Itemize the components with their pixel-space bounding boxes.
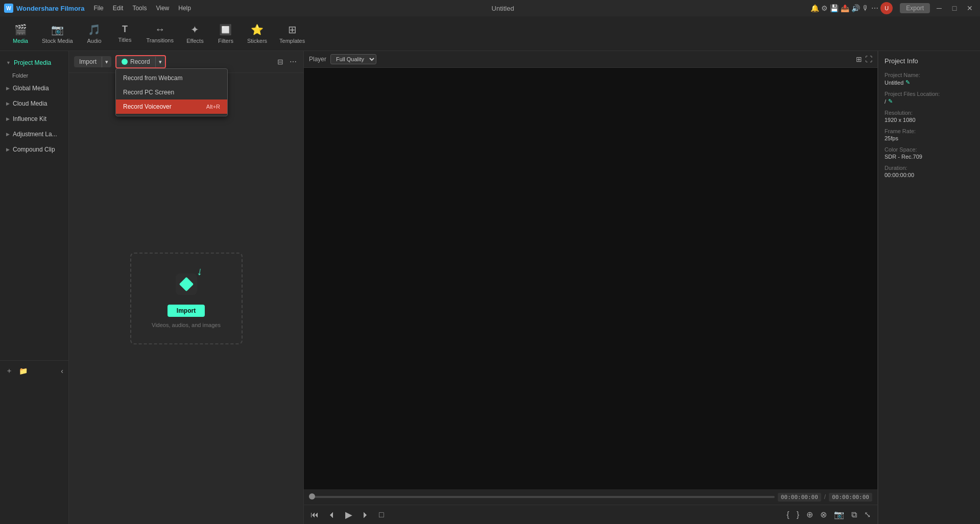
stock-media-icon: 📷 xyxy=(51,23,64,36)
influence-kit-chevron: ▶ xyxy=(6,116,10,121)
player-play-btn[interactable]: ▶ xyxy=(344,508,354,522)
cloud-media-chevron: ▶ xyxy=(6,101,10,106)
filters-icon: 🔲 xyxy=(219,23,232,36)
menu-file[interactable]: File xyxy=(89,4,107,13)
media-more-button[interactable]: ⋯ xyxy=(288,56,298,67)
tool-media-label: Media xyxy=(13,38,28,44)
record-pc-screen-item[interactable]: Record PC Screen xyxy=(116,85,227,99)
tool-filters[interactable]: 🔲 Filters xyxy=(210,20,241,47)
titlebar-left: W Wondershare Filmora File Edit Tools Vi… xyxy=(4,4,195,13)
record-voiceover-item[interactable]: Record Voiceover Alt+R xyxy=(116,99,227,114)
player-mark-btn[interactable]: □ xyxy=(377,509,386,521)
tool-media[interactable]: 🎬 Media xyxy=(5,20,36,47)
frame-rate-row: Frame Rate: 25fps xyxy=(885,128,974,141)
project-files-label: Project Files Location: xyxy=(885,91,974,97)
import-green-button[interactable]: Import xyxy=(168,305,205,317)
sidebar-item-global-media[interactable]: ▶ Global Media xyxy=(0,81,68,96)
import-drop-zone[interactable]: ↓ Import Videos, audios, and images xyxy=(130,253,243,344)
menu-tools[interactable]: Tools xyxy=(128,4,151,13)
compound-clip-label: Compound Clip xyxy=(13,146,55,153)
player-pip-btn[interactable]: ⧉ xyxy=(850,508,858,521)
player-grid-view-btn[interactable]: ⊞ xyxy=(856,55,862,63)
menu-bar: File Edit Tools View Help xyxy=(89,4,195,13)
player-insert-btn[interactable]: ⊕ xyxy=(805,508,815,521)
media-filter-button[interactable]: ⊟ xyxy=(276,56,285,67)
sidebar-item-influence-kit[interactable]: ▶ Influence Kit xyxy=(0,111,68,127)
titlebar-icon-7[interactable]: ⋯ xyxy=(871,4,878,12)
stickers-icon: ⭐ xyxy=(251,23,264,36)
menu-view[interactable]: View xyxy=(152,4,173,13)
project-files-edit-icon[interactable]: ✎ xyxy=(888,98,893,105)
record-voiceover-label: Record Voiceover xyxy=(123,103,172,110)
color-space-value: SDR - Rec.709 xyxy=(885,154,974,160)
player-progress-track[interactable] xyxy=(309,496,775,498)
project-info-title: Project Info xyxy=(885,57,974,65)
color-space-row: Color Space: SDR - Rec.709 xyxy=(885,146,974,160)
record-from-webcam-item[interactable]: Record from Webcam xyxy=(116,71,227,85)
record-dropdown: Record from Webcam Record PC Screen Reco… xyxy=(115,68,228,116)
tool-titles[interactable]: T Titles xyxy=(110,21,140,46)
sidebar-item-compound-clip[interactable]: ▶ Compound Clip xyxy=(0,142,68,157)
app-name: Wondershare Filmora xyxy=(16,5,84,12)
titlebar-icon-3[interactable]: 💾 xyxy=(830,4,839,12)
tool-templates-label: Templates xyxy=(279,38,305,44)
tool-audio[interactable]: 🎵 Audio xyxy=(79,20,110,47)
project-name-edit-icon[interactable]: ✎ xyxy=(905,79,910,86)
minimize-button[interactable]: ─ xyxy=(933,2,945,14)
import-button[interactable]: Import xyxy=(74,56,102,67)
sidebar-add-btn[interactable]: ＋ xyxy=(4,365,14,377)
player-expand-btn[interactable]: ⤡ xyxy=(863,508,872,521)
player-progress-handle[interactable] xyxy=(309,493,315,500)
influence-kit-label: Influence Kit xyxy=(13,115,46,122)
time-separator: / xyxy=(824,493,826,501)
media-icon: 🎬 xyxy=(14,23,27,36)
export-button[interactable]: Export xyxy=(900,3,930,13)
sidebar-item-adjustment-layer[interactable]: ▶ Adjustment La... xyxy=(0,127,68,142)
titlebar-icon-4[interactable]: 📤 xyxy=(841,4,849,12)
tool-stickers[interactable]: ⭐ Stickers xyxy=(241,20,273,47)
sidebar-folder-btn[interactable]: 📁 xyxy=(17,365,29,377)
tool-stickers-label: Stickers xyxy=(247,38,267,44)
cloud-media-label: Cloud Media xyxy=(13,100,47,107)
effects-icon: ✦ xyxy=(190,23,199,36)
player-step-back-btn[interactable]: ⏴ xyxy=(326,509,338,521)
player-rewind-btn[interactable]: ⏮ xyxy=(309,509,320,521)
close-button[interactable]: ✕ xyxy=(964,2,976,14)
player-snapshot-btn[interactable]: 📷 xyxy=(832,508,846,521)
tool-stock-media[interactable]: 📷 Stock Media xyxy=(36,20,79,47)
player-toolbar-right: ⊞ ⛶ xyxy=(856,55,872,63)
resolution-label: Resolution: xyxy=(885,110,974,116)
record-webcam-label: Record from Webcam xyxy=(123,74,182,82)
main-content: ▼ Project Media Folder ▶ Global Media ▶ … xyxy=(0,51,980,524)
titlebar-icon-5[interactable]: 🔊 xyxy=(851,4,860,12)
player-controls: ⏮ ⏴ ▶ ⏵ □ { } ⊕ ⊗ 📷 ⧉ ⤡ xyxy=(304,505,877,524)
titlebar-icon-1[interactable]: 🔔 xyxy=(810,4,819,12)
import-area: ↓ Import Videos, audios, and images xyxy=(69,73,303,524)
menu-help[interactable]: Help xyxy=(174,4,195,13)
user-avatar[interactable]: U xyxy=(880,2,893,14)
import-arrow-button[interactable]: ▾ xyxy=(102,57,111,67)
menu-edit[interactable]: Edit xyxy=(109,4,128,13)
sidebar-item-folder[interactable]: Folder xyxy=(0,70,68,81)
sidebar-item-cloud-media[interactable]: ▶ Cloud Media xyxy=(0,96,68,111)
project-media-chevron: ▼ xyxy=(6,60,11,65)
quality-select[interactable]: Full Quality xyxy=(330,54,376,64)
sidebar-item-project-media[interactable]: ▼ Project Media xyxy=(0,55,68,70)
tool-transitions[interactable]: ↔ Transitions xyxy=(140,20,180,46)
titlebar-icon-6[interactable]: 🎙 xyxy=(862,4,869,12)
player-overwrite-btn[interactable]: ⊗ xyxy=(819,508,828,521)
player-in-point-btn[interactable]: { xyxy=(785,508,791,521)
color-space-label: Color Space: xyxy=(885,146,974,153)
titles-icon: T xyxy=(122,24,128,35)
player-step-fwd-btn[interactable]: ⏵ xyxy=(360,509,371,521)
record-button[interactable]: Record xyxy=(116,56,155,67)
resolution-row: Resolution: 1920 x 1080 xyxy=(885,110,974,123)
tool-templates[interactable]: ⊞ Templates xyxy=(273,20,311,47)
titlebar-icon-2[interactable]: ⚙ xyxy=(821,4,828,12)
sidebar-collapse-btn[interactable]: ‹ xyxy=(59,365,65,377)
player-fullscreen-btn[interactable]: ⛶ xyxy=(865,55,872,63)
tool-effects[interactable]: ✦ Effects xyxy=(180,20,210,47)
maximize-button[interactable]: □ xyxy=(948,2,961,14)
player-out-point-btn[interactable]: } xyxy=(795,508,801,521)
record-arrow-button[interactable]: ▾ xyxy=(155,57,165,67)
